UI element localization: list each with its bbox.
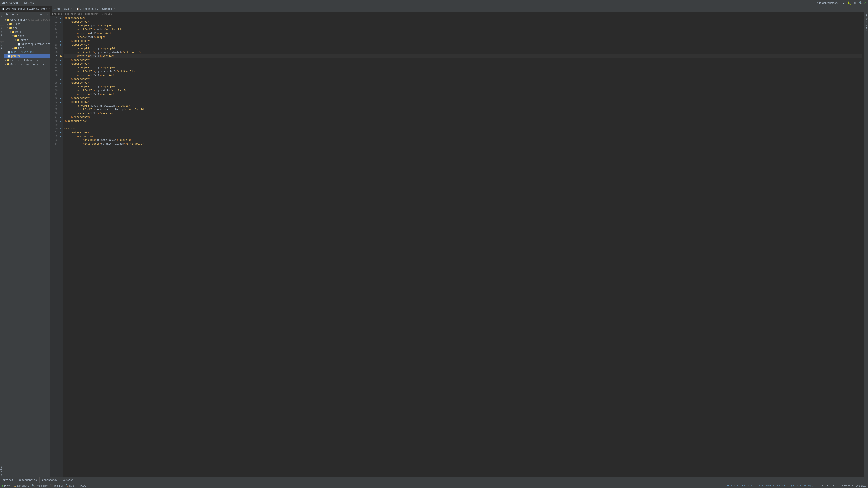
gutter-item-47[interactable]: ▶ (60, 116, 61, 119)
gutter-item-38[interactable]: ▶ (60, 81, 61, 85)
run-status-button[interactable]: ▶ ▶ Run (2, 484, 11, 487)
code-line-40[interactable]: <artifactId>grpc-stub</artifactId> (64, 89, 863, 93)
code-line-21[interactable]: <dependencies> (64, 16, 863, 20)
code-line-44[interactable]: <groupId>javax.annotation</groupId> (64, 104, 863, 108)
gutter-item-27[interactable]: ▶ (60, 39, 61, 43)
tree-item-java[interactable]: ▼ 📁 java (4, 34, 50, 38)
gutter-item-43[interactable]: ▶ (60, 100, 61, 104)
gutter-item-50[interactable]: ▶ (60, 127, 61, 131)
code-line-51[interactable]: <extensions> (64, 131, 863, 134)
left-panel-label-run[interactable]: 4: Run (0, 41, 4, 50)
code-line-38[interactable]: <dependency> (64, 81, 863, 85)
tree-item-pom-xml[interactable]: 📄 pom.xml (4, 54, 50, 58)
bottom-tab-project[interactable]: project (0, 477, 16, 483)
tree-item-scratches[interactable]: ▶ 📁 Scratches and Consoles (4, 62, 50, 66)
code-line-54[interactable]: <artifactId>os-maven-plugin</artifactId> (64, 142, 863, 146)
code-line-34[interactable]: <groupId>io.grpc</groupId> (64, 66, 863, 70)
code-line-35[interactable]: <artifactId>grpc-protobuf</artifactId> (64, 70, 863, 73)
code-line-45[interactable]: <artifactId>javax.annotation-api</artifa… (64, 108, 863, 111)
gutter-item-37[interactable]: ▶ (60, 77, 61, 81)
gutter-item-52[interactable]: ▶ (60, 134, 61, 138)
gutter-item-32[interactable]: ▶ (60, 58, 61, 62)
code-line-47[interactable]: </dependency> (64, 116, 863, 119)
code-line-26[interactable]: <scope>test</scope> (64, 35, 863, 39)
left-panel-label-structure[interactable]: 2: Structure (0, 26, 4, 41)
code-line-48[interactable]: </dependencies> (64, 119, 863, 123)
debug-button[interactable]: 🐛 (846, 1, 852, 5)
code-line-37[interactable]: </dependency> (64, 77, 863, 81)
code-line-53[interactable]: <groupId>kr.motd.maven</groupId> (64, 138, 863, 142)
left-panel-label-project[interactable]: 1: Project (0, 12, 4, 26)
tab-app-java-close[interactable]: × (70, 8, 72, 10)
gutter-item-42[interactable]: ▶ (60, 96, 61, 100)
tree-item-idea[interactable]: ▶ 📁 .idea (4, 22, 50, 26)
bottom-tab-version[interactable]: version (60, 477, 76, 483)
code-line-32[interactable]: </dependency> (64, 58, 863, 62)
code-line-50[interactable]: <build> (64, 127, 863, 131)
gutter-item-21[interactable]: ▶ (60, 16, 61, 20)
todo-status-button[interactable]: ☑ TODO (77, 484, 87, 487)
run-button[interactable]: ▶ (842, 1, 846, 5)
sidebar-gear-icon[interactable]: ⚙ (40, 13, 42, 16)
sidebar-close-icon[interactable]: × (47, 13, 49, 16)
right-panel-label-database[interactable]: Database (864, 12, 868, 24)
search-button[interactable]: 🔍 (858, 1, 863, 5)
tab-app-java[interactable]: ☕ App.java × (52, 6, 74, 12)
breadcrumb-item-1[interactable]: project (52, 13, 62, 15)
tree-item-proto[interactable]: ▼ 📁 proto (4, 38, 50, 42)
pvs-status-button[interactable]: 🔍 PVS-Studio (32, 484, 48, 487)
tree-item-grpc-server-iml[interactable]: 📄 GRPC_Server.iml (4, 50, 50, 54)
terminal-status-button[interactable]: ⬛ Terminal (50, 484, 63, 487)
tab-pom-xml[interactable]: 📄 pom.xml (grpc-hello-server) × (0, 6, 52, 12)
code-line-25[interactable]: <version>4.11</version> (64, 32, 863, 35)
tree-item-grpc-server[interactable]: ▼ 📁 GRPC_Server ~/Desktop/GRPC/GRPC_Serv… (4, 18, 50, 22)
code-line-29[interactable]: <groupId>io.grpc</groupId> (64, 47, 863, 51)
add-config-button[interactable]: Add Configuration... (815, 1, 841, 5)
tree-item-test[interactable]: ▶ 📁 test (4, 46, 50, 50)
bottom-tab-dependencies[interactable]: dependencies (16, 477, 39, 483)
gutter-item-51[interactable]: ▶ (60, 131, 61, 134)
settings-button[interactable]: ⚙ (853, 1, 857, 5)
build-status-button[interactable]: 🔨 Build (65, 484, 74, 487)
code-line-43[interactable]: <dependency> (64, 100, 863, 104)
code-line-39[interactable]: <groupId>io.grpc</groupId> (64, 85, 863, 89)
code-line-31[interactable]: <version>1.24.0</version> (64, 55, 863, 58)
code-line-41[interactable]: <version>1.24.0</version> (64, 93, 863, 96)
gutter-item-28[interactable]: ▶ (60, 43, 61, 47)
code-line-46[interactable]: <version>1.3.1</version> (64, 111, 863, 116)
tab-greeting-proto-close[interactable]: × (114, 8, 115, 10)
code-line-33[interactable]: <dependency> (64, 62, 863, 66)
breadcrumb-item-2[interactable]: dependencies (65, 13, 82, 15)
problems-status-button[interactable]: ⚠ 6: Problems (13, 484, 29, 487)
code-content[interactable]: <dependencies> <dependency> <groupId>jun… (63, 16, 864, 477)
code-line-28[interactable]: <dependency> (64, 43, 863, 47)
code-line-30[interactable]: <artifactId>grpc-netty-shaded</artifactI… (64, 51, 863, 55)
sidebar-expand-icon[interactable]: ⊞ (42, 13, 44, 16)
code-line-36[interactable]: <version>1.24.0</version> (64, 73, 863, 77)
right-panel-label-maven[interactable]: Maven (864, 24, 868, 32)
left-panel-label-favorites[interactable]: Favorites (0, 465, 4, 477)
gutter-item-31[interactable] (60, 55, 62, 58)
code-line-49[interactable] (64, 123, 863, 127)
code-line-22[interactable]: <dependency> (64, 20, 863, 24)
tab-greeting-proto[interactable]: 📋 GreetingService.proto × (74, 6, 117, 12)
breadcrumb-item-4[interactable]: version (102, 13, 112, 15)
event-log-button[interactable]: Event Log (856, 484, 866, 487)
tree-item-main[interactable]: ▼ 📁 main (4, 30, 50, 34)
tree-item-external-libraries[interactable]: ▶ 📁 External Libraries (4, 58, 50, 62)
gutter-item-33[interactable]: ▶ (60, 62, 61, 66)
bottom-tab-dependency[interactable]: dependency (40, 477, 60, 483)
breadcrumb-item-3[interactable]: dependency (85, 13, 99, 15)
status-update-text[interactable]: IntelliJ IDEA 2020.3.2 available // Upda… (727, 484, 813, 487)
gutter-item-48[interactable]: ▶ (60, 119, 61, 123)
code-line-23[interactable]: <groupId>junit</groupId> (64, 24, 863, 28)
tab-pom-xml-close[interactable]: × (49, 8, 50, 10)
code-line-52[interactable]: <extension> (64, 134, 863, 138)
tree-item-src[interactable]: ▼ 📁 src (4, 26, 50, 30)
code-line-24[interactable]: <artifactId>junit</artifactId> (64, 28, 863, 32)
sidebar-collapse-icon[interactable]: ⊟ (45, 13, 46, 16)
code-line-42[interactable]: </dependency> (64, 96, 863, 100)
gutter-item-22[interactable]: ▶ (60, 20, 61, 24)
tree-item-greetingservice-proto[interactable]: 📄 GreetingService.proto (4, 42, 50, 46)
code-line-27[interactable]: </dependency> (64, 39, 863, 43)
